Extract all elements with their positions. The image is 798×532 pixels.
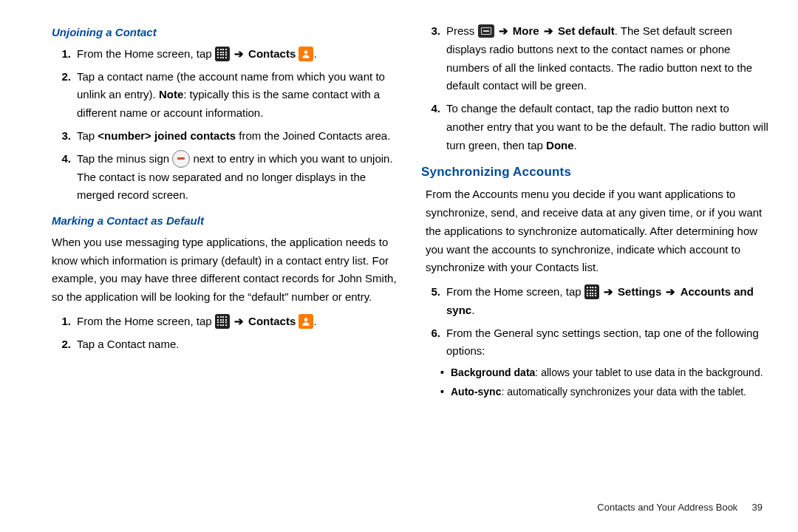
step-item: 1. From the Home screen, tap ➔ Contacts … [52,313,399,331]
step-body: Press ➔ More ➔ Set default. The Set defa… [446,22,768,95]
step-item: 4. Tap the minus sign next to entry in w… [52,150,399,205]
arrow-icon: ➔ [233,47,245,60]
unjoin-steps-list: 1. From the Home screen, tap ➔ Contacts … [52,45,399,205]
heading-unjoining: Unjoining a Contact [52,24,399,42]
step-number: 3. [421,22,446,95]
manual-page: Unjoining a Contact 1. From the Home scr… [0,0,798,532]
step-number: 2. [52,335,77,354]
footer-section-name: Contacts and Your Address Book [597,502,737,513]
step-body: Tap a Contact name. [77,335,399,354]
step-number: 3. [52,127,77,146]
minus-circle-icon [172,150,190,168]
sync-options-list: • Background data: allows your tablet to… [440,365,768,400]
bullet-item: • Background data: allows your tablet to… [440,365,768,380]
step-body: To change the default contact, tap the r… [446,100,768,154]
svg-point-1 [304,318,308,321]
step-body: Tap a contact name (the account name fro… [77,68,399,123]
step-item: 2. Tap a contact name (the account name … [52,68,399,123]
arrow-icon: ➔ [602,285,615,298]
apps-grid-icon [215,47,230,61]
arrow-icon: ➔ [497,24,510,37]
apps-grid-icon [215,314,230,329]
left-column: Unjoining a Contact 1. From the Home scr… [52,22,399,517]
contacts-icon [299,314,313,329]
contacts-icon [299,47,313,61]
svg-point-0 [304,50,308,54]
contacts-label: Contacts [248,315,296,327]
step-item: 2. Tap a Contact name. [52,335,399,354]
step-number: 5. [421,283,446,320]
menu-hardkey-icon [478,24,494,38]
apps-grid-icon [584,284,599,299]
step-number: 4. [421,100,446,154]
right-column: 3. Press ➔ More ➔ Set default. The Set d… [421,22,768,517]
section-synchronizing-accounts: Synchronizing Accounts [421,162,768,183]
arrow-icon: ➔ [542,24,555,37]
step-body: From the Home screen, tap ➔ Contacts . [77,45,399,64]
step-body: Tap the minus sign next to entry in whic… [77,150,399,205]
bullet-item: • Auto-sync: automatically synchronizes … [440,384,768,399]
sync-steps-list: 5. From the Home screen, tap ➔ Settings … [421,283,768,361]
step-number: 2. [52,68,77,123]
step-item: 5. From the Home screen, tap ➔ Settings … [421,283,768,320]
step-item: 1. From the Home screen, tap ➔ Contacts … [52,45,399,64]
heading-marking-default: Marking a Contact as Default [52,212,399,231]
step-number: 4. [52,150,77,205]
step-body: From the General sync settings section, … [446,324,768,361]
step-item: 3. Press ➔ More ➔ Set default. The Set d… [421,22,768,95]
step-number: 6. [421,324,446,361]
arrow-icon: ➔ [233,315,245,327]
step-item: 6. From the General sync settings sectio… [421,324,768,361]
bullet-marker: • [440,365,451,380]
marking-steps-continued: 3. Press ➔ More ➔ Set default. The Set d… [421,22,768,154]
page-footer: Contacts and Your Address Book 39 [597,502,763,513]
step-body: From the Home screen, tap ➔ Contacts . [77,313,399,331]
marking-steps-list: 1. From the Home screen, tap ➔ Contacts … [52,313,399,354]
step-number: 1. [52,45,77,64]
step-body: From the Home screen, tap ➔ Settings ➔ A… [446,283,768,320]
step-body: Tap <number> joined contacts from the Jo… [77,127,399,146]
bullet-marker: • [440,384,451,399]
contacts-label: Contacts [248,47,296,60]
step-item: 4. To change the default contact, tap th… [421,100,768,154]
sync-paragraph: From the Accounts menu you decide if you… [426,185,768,277]
marking-default-paragraph: When you use messaging type applications… [52,233,399,307]
page-number: 39 [740,502,763,513]
step-number: 1. [52,313,77,331]
arrow-icon: ➔ [664,285,677,298]
step-item: 3. Tap <number> joined contacts from the… [52,127,399,146]
